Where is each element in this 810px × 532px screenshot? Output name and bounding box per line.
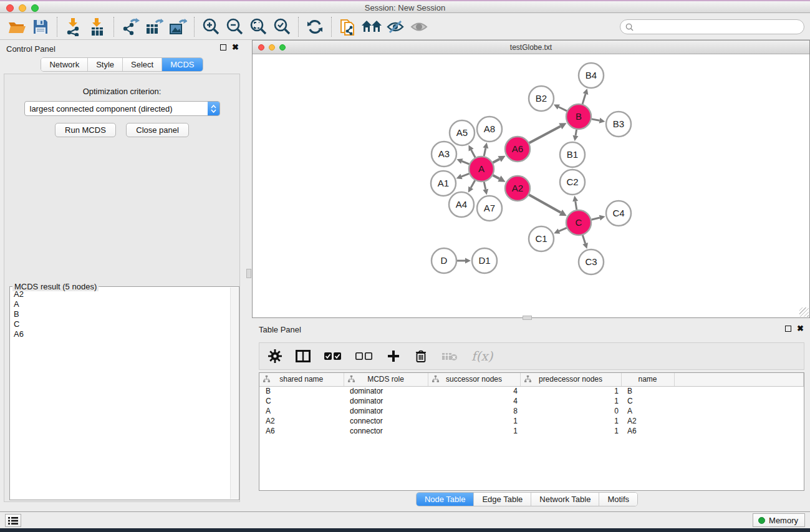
- graph-edge-A-A4[interactable]: [471, 180, 475, 188]
- table-cell[interactable]: [674, 406, 804, 416]
- table-cell[interactable]: dominator: [344, 396, 428, 406]
- zoom-fit-icon[interactable]: [246, 16, 270, 37]
- graph-edge-A-A8[interactable]: [484, 148, 486, 156]
- table-cell[interactable]: 1: [520, 396, 621, 406]
- save-session-icon[interactable]: [29, 16, 52, 37]
- mcds-result-list[interactable]: A2ABCA6: [11, 289, 229, 498]
- tab-network-table[interactable]: Network Table: [531, 493, 599, 506]
- column-header-successor-nodes[interactable]: successor nodes: [428, 373, 520, 386]
- node-table[interactable]: shared nameMCDS rolesuccessor nodesprede…: [259, 372, 804, 491]
- graph-edge-C-C3[interactable]: [582, 235, 585, 243]
- zoom-in-icon[interactable]: [199, 16, 223, 37]
- refresh-icon[interactable]: [303, 16, 327, 37]
- table-cell[interactable]: A6: [621, 426, 674, 436]
- result-item[interactable]: A2: [11, 289, 229, 299]
- column-header-MCDS-role[interactable]: MCDS role: [344, 373, 428, 386]
- table-row[interactable]: A2connector11A2: [259, 416, 804, 426]
- table-cell[interactable]: C: [621, 396, 674, 406]
- graph-edge-C-C1[interactable]: [559, 228, 566, 231]
- houses-icon[interactable]: [360, 16, 383, 37]
- float-panel-icon[interactable]: [220, 44, 226, 51]
- result-item[interactable]: C: [11, 319, 229, 329]
- table-cell[interactable]: 1: [520, 386, 621, 396]
- import-network-icon[interactable]: [62, 16, 85, 37]
- criterion-dropdown[interactable]: largest connected component (directed): [24, 101, 220, 116]
- split-view-icon[interactable]: [296, 350, 311, 362]
- tab-node-table[interactable]: Node Table: [417, 493, 474, 506]
- graph-edge-A-A5[interactable]: [471, 150, 475, 157]
- task-history-button[interactable]: [5, 514, 21, 527]
- graph-edge-A-A7[interactable]: [484, 182, 485, 190]
- show-hidden-eye-icon[interactable]: [407, 16, 431, 37]
- graph-edge-B-B2[interactable]: [559, 107, 567, 110]
- table-cell[interactable]: B: [621, 386, 674, 396]
- table-row[interactable]: A6connector11A6: [259, 426, 804, 436]
- table-cell[interactable]: C: [259, 396, 344, 406]
- import-table-icon[interactable]: [85, 16, 109, 37]
- memory-button[interactable]: Memory: [753, 513, 805, 527]
- window-resize-grip[interactable]: [799, 307, 809, 317]
- table-cell[interactable]: [674, 416, 804, 426]
- add-column-icon[interactable]: [387, 350, 400, 362]
- result-scrollbar[interactable]: [230, 288, 238, 499]
- table-cell[interactable]: A: [259, 406, 344, 416]
- graph-edge-A-A3[interactable]: [462, 162, 470, 165]
- settings-gear-icon[interactable]: [268, 349, 282, 363]
- table-cell[interactable]: 8: [428, 406, 520, 416]
- close-panel-button[interactable]: Close panel: [126, 123, 189, 137]
- open-session-icon[interactable]: [5, 16, 29, 37]
- select-all-checkboxes-icon[interactable]: [324, 352, 342, 360]
- table-cell[interactable]: 4: [428, 386, 520, 396]
- table-cell[interactable]: A2: [621, 416, 674, 426]
- table-cell[interactable]: A2: [259, 416, 344, 426]
- zoom-selected-icon[interactable]: [270, 16, 294, 37]
- table-cell[interactable]: 4: [428, 396, 520, 406]
- close-table-panel-icon[interactable]: ✖: [797, 326, 804, 332]
- table-row[interactable]: Cdominator41C: [259, 396, 804, 406]
- table-cell[interactable]: 1: [428, 426, 520, 436]
- search-input[interactable]: [636, 22, 804, 32]
- column-header-shared-name[interactable]: shared name: [259, 373, 344, 386]
- table-cell[interactable]: [674, 426, 804, 436]
- run-mcds-button[interactable]: Run MCDS: [55, 123, 116, 137]
- network-canvas[interactable]: ABCA2A6A1A3A4A5A7A8B1B2B3B4C1C2C3C4DD1: [253, 54, 809, 317]
- tab-mcds[interactable]: MCDS: [162, 58, 202, 71]
- table-cell[interactable]: 1: [520, 416, 621, 426]
- graph-edge-B-B3[interactable]: [592, 119, 600, 120]
- table-row[interactable]: Adominator80A: [259, 406, 804, 416]
- result-item[interactable]: A: [11, 299, 229, 309]
- tab-style[interactable]: Style: [87, 58, 122, 71]
- export-image-icon[interactable]: [166, 16, 190, 37]
- delete-column-icon[interactable]: [414, 350, 428, 363]
- table-row[interactable]: Bdominator41B: [259, 386, 804, 396]
- result-item[interactable]: B: [11, 309, 229, 319]
- column-header-predecessor-nodes[interactable]: predecessor nodes: [520, 373, 621, 386]
- result-item[interactable]: A6: [11, 329, 229, 339]
- column-header-name[interactable]: name: [621, 373, 674, 386]
- float-table-panel-icon[interactable]: [785, 326, 791, 332]
- hide-selected-eye-icon[interactable]: [383, 16, 407, 37]
- table-cell[interactable]: B: [259, 386, 344, 396]
- table-cell[interactable]: A: [621, 406, 674, 416]
- search-field[interactable]: [620, 19, 804, 34]
- tab-network[interactable]: Network: [41, 58, 87, 71]
- tab-select[interactable]: Select: [122, 58, 162, 71]
- table-cell[interactable]: dominator: [344, 386, 428, 396]
- close-panel-icon[interactable]: ✖: [232, 44, 239, 51]
- table-cell[interactable]: 1: [428, 416, 520, 426]
- table-cell[interactable]: [674, 396, 804, 406]
- table-cell[interactable]: 1: [520, 426, 621, 436]
- table-cell[interactable]: [674, 386, 804, 396]
- tab-motifs[interactable]: Motifs: [599, 493, 637, 506]
- graph-edge-A2-C[interactable]: [529, 195, 561, 213]
- graph-edge-B-B1[interactable]: [576, 130, 577, 136]
- table-cell[interactable]: 0: [520, 406, 621, 416]
- zoom-out-icon[interactable]: [223, 16, 246, 37]
- graph-edge-C-C2[interactable]: [576, 201, 577, 210]
- graph-edge-A6-B[interactable]: [529, 126, 561, 143]
- table-cell[interactable]: A6: [259, 426, 344, 436]
- table-cell[interactable]: connector: [344, 416, 428, 426]
- new-network-from-selection-icon[interactable]: [336, 16, 360, 37]
- table-cell[interactable]: dominator: [344, 406, 428, 416]
- export-network-icon[interactable]: [118, 16, 142, 37]
